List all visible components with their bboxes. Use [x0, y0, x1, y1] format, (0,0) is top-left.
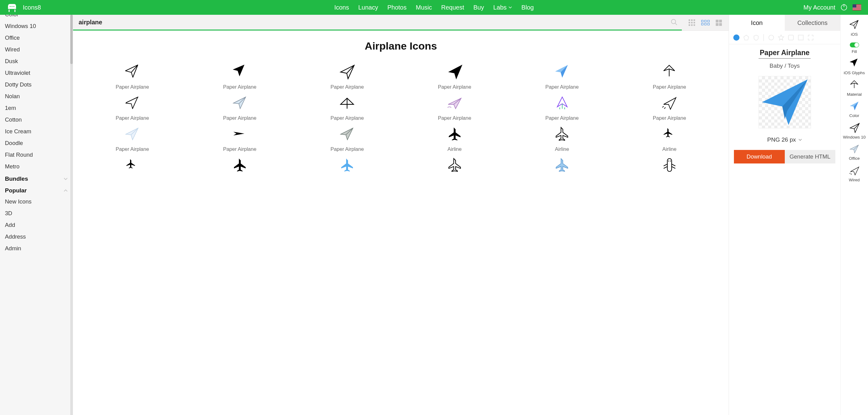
sidebar-item-style[interactable]: Office [0, 32, 73, 44]
sidebar-item-style[interactable]: Dotty Dots [0, 79, 73, 91]
icon-cell[interactable] [509, 157, 615, 173]
sidebar-section-bundles[interactable]: Bundles [0, 172, 73, 184]
bg-rounded-square-icon[interactable] [788, 34, 794, 41]
nav-lunacy[interactable]: Lunacy [358, 4, 378, 11]
style-rail-item[interactable]: Wired [841, 164, 868, 184]
sidebar-item-popular[interactable]: New Icons [0, 196, 73, 207]
nav-photos[interactable]: Photos [388, 4, 407, 11]
icon-cell[interactable]: Paper Airplane [294, 126, 400, 152]
icon-cell[interactable]: Paper Airplane [79, 95, 186, 121]
style-rail-label: Wired [849, 178, 860, 182]
nav-labs[interactable]: Labs [493, 4, 512, 11]
sidebar-item-style[interactable]: Ultraviolet [0, 67, 73, 79]
tab-collections[interactable]: Collections [785, 15, 841, 31]
icon-cell[interactable]: Paper Airplane [509, 64, 615, 90]
sidebar-item-style[interactable]: Flat Round [0, 149, 73, 161]
nav-icons[interactable]: Icons [334, 4, 349, 11]
icon-cell[interactable] [294, 157, 400, 173]
style-preview-icon [849, 165, 860, 176]
style-rail-item[interactable]: Office [841, 142, 868, 163]
icon-cell[interactable]: Paper Airplane [187, 95, 293, 121]
bg-circle-icon[interactable] [768, 34, 774, 41]
icon-cell[interactable]: Paper Airplane [294, 64, 400, 90]
view-mode-toggles [682, 20, 729, 26]
icon-cell[interactable] [79, 157, 186, 173]
sidebar-item-style[interactable]: Windows 10 [0, 20, 73, 32]
sidebar-item-style[interactable]: Nolan [0, 91, 73, 102]
icon-cell[interactable]: Paper Airplane [294, 95, 400, 121]
paper-airplane-icon [338, 64, 356, 80]
sidebar-item-style[interactable]: Cotton [0, 114, 73, 126]
overlay-pentagon-icon[interactable] [743, 34, 749, 41]
search-icon[interactable] [671, 19, 678, 26]
style-rail-item[interactable]: iOS [841, 18, 868, 39]
padding-icon[interactable] [808, 34, 814, 41]
style-rail-item[interactable]: Windows 10 [841, 121, 868, 142]
toolbar [73, 15, 729, 31]
icon-cell[interactable]: Paper Airplane [187, 126, 293, 152]
icon-cell[interactable] [617, 157, 723, 173]
icon-cell[interactable]: Paper Airplane [617, 64, 723, 90]
download-button[interactable]: Download [734, 150, 785, 164]
icon-title[interactable]: Paper Airplane [758, 49, 811, 59]
overlay-shield-icon[interactable] [753, 34, 759, 41]
sidebar-item-style[interactable]: Dusk [0, 56, 73, 67]
search-input[interactable] [73, 15, 682, 30]
style-rail-item[interactable]: Fill [841, 39, 868, 56]
sidebar-scrollbar[interactable] [70, 15, 73, 415]
icon-cell[interactable]: Airline [402, 126, 508, 152]
format-selector[interactable]: PNG 26 px [767, 136, 802, 143]
icon-category[interactable]: Baby / Toys [770, 63, 800, 69]
nav-music[interactable]: Music [416, 4, 432, 11]
icon-cell[interactable]: Airline [509, 126, 615, 152]
sidebar-item-style[interactable]: Doodle [0, 137, 73, 149]
icon-cell[interactable] [187, 157, 293, 173]
nav-request[interactable]: Request [441, 4, 464, 11]
style-preview-icon [849, 123, 860, 133]
tab-icon[interactable]: Icon [729, 15, 785, 31]
nav-blog[interactable]: Blog [522, 4, 534, 11]
view-small-grid-button[interactable] [689, 20, 695, 26]
sidebar-item-popular[interactable]: Address [0, 231, 73, 243]
icon-cell[interactable]: Airline [617, 126, 723, 152]
nav-buy[interactable]: Buy [473, 4, 484, 11]
icon-label: Paper Airplane [545, 115, 579, 121]
icon-label: Airline [662, 146, 677, 152]
sidebar-item-popular[interactable]: 3D [0, 207, 73, 219]
icon-label: Paper Airplane [331, 115, 364, 121]
sidebar-item-style[interactable]: Color [0, 15, 73, 20]
sidebar-item-style[interactable]: Metro [0, 161, 73, 172]
icon-cell[interactable] [402, 157, 508, 173]
recolor-blue-icon[interactable] [733, 34, 740, 41]
icon-cell[interactable]: Paper Airplane [402, 64, 508, 90]
sidebar-item-style[interactable]: Ice Cream [0, 126, 73, 137]
icon-cell[interactable]: Paper Airplane [402, 95, 508, 121]
sidebar-item-style[interactable]: 1em [0, 102, 73, 114]
bg-star-icon[interactable] [778, 34, 784, 41]
icon-label: Paper Airplane [653, 84, 686, 90]
bg-square-icon[interactable] [798, 34, 804, 41]
icon-cell[interactable]: Paper Airplane [79, 126, 186, 152]
icon-cell[interactable]: Paper Airplane [617, 95, 723, 121]
view-medium-grid-button[interactable] [701, 20, 710, 25]
style-rail-label: Office [849, 156, 860, 161]
view-large-grid-button[interactable] [716, 20, 722, 26]
power-icon[interactable] [841, 4, 847, 10]
sidebar-item-style[interactable]: Wired [0, 44, 73, 56]
brand-area[interactable]: Icons8 [7, 3, 41, 12]
locale-flag-us-icon[interactable] [852, 4, 861, 10]
icon-cell[interactable]: Paper Airplane [79, 64, 186, 90]
icon-cell[interactable]: Paper Airplane [187, 64, 293, 90]
chevron-down-icon [63, 177, 68, 181]
icon-cell[interactable]: Paper Airplane [509, 95, 615, 121]
fill-toggle[interactable] [850, 42, 859, 47]
my-account-link[interactable]: My Account [804, 4, 835, 11]
generate-html-button[interactable]: Generate HTML [785, 150, 836, 164]
search-field[interactable] [73, 15, 682, 31]
sidebar-item-popular[interactable]: Admin [0, 243, 73, 254]
sidebar-item-popular[interactable]: Add [0, 219, 73, 231]
sidebar-section-popular[interactable]: Popular [0, 184, 73, 196]
style-rail-item[interactable]: iOS Glyphs [841, 56, 868, 77]
style-rail-item[interactable]: Material [841, 78, 868, 99]
style-rail-item[interactable]: Color [841, 99, 868, 120]
